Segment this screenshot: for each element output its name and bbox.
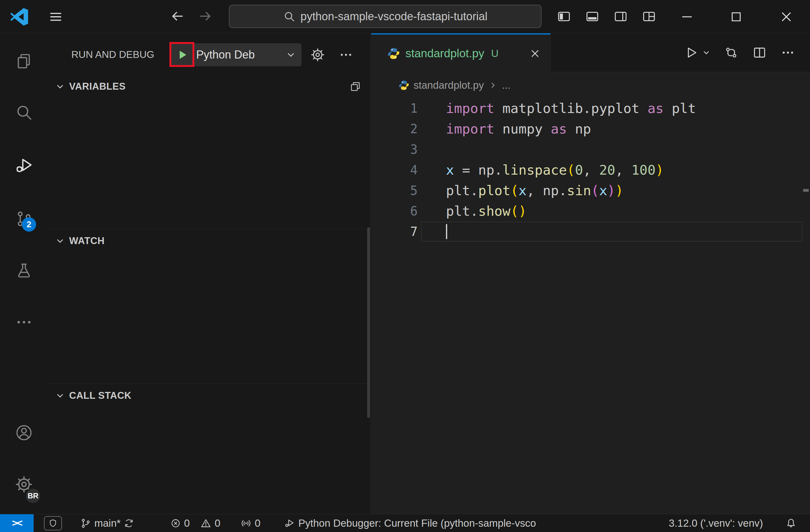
tab-standardplot[interactable]: standardplot.py U	[371, 33, 551, 72]
split-editor-icon[interactable]	[751, 44, 768, 61]
code-text: x = np.linspace(0, 20, 100)	[418, 160, 664, 180]
code-line[interactable]: 1import matplotlib.pyplot as plt	[371, 98, 810, 119]
python-file-icon	[387, 47, 400, 60]
title-bar: python-sample-vscode-fastapi-tutorial	[0, 0, 810, 33]
breadcrumb: standardplot.py ...	[371, 72, 810, 98]
run-and-debug-icon[interactable]	[14, 156, 34, 175]
copy-value-icon[interactable]	[350, 81, 361, 93]
python-version-item[interactable]: 3.12.0 ('.venv': venv)	[669, 514, 763, 532]
sidebar-scrollbar[interactable]	[367, 227, 370, 418]
code-line[interactable]: 6plt.show()	[371, 201, 810, 221]
source-control-icon[interactable]: 2	[14, 209, 34, 229]
line-number: 4	[371, 160, 418, 180]
run-and-debug-sidebar: RUN AND DEBUG Python Deb	[48, 33, 371, 514]
line-number: 7	[371, 221, 418, 242]
warning-count: 0	[214, 517, 220, 529]
code-text: plt.plot(x, np.sin(x))	[418, 180, 623, 201]
line-number: 1	[371, 98, 418, 119]
problems-item[interactable]: 0 0	[171, 514, 221, 532]
git-branch-item[interactable]: main*	[80, 514, 134, 532]
warnings-icon	[200, 518, 211, 529]
bell-icon	[785, 517, 797, 529]
customize-layout-icon[interactable]	[640, 7, 658, 26]
code-line[interactable]: 3	[371, 139, 810, 160]
code-line[interactable]: 5plt.plot(x, np.sin(x))	[371, 180, 810, 201]
run-dropdown-chevron-icon[interactable]	[700, 44, 713, 61]
notifications-item[interactable]	[785, 514, 797, 532]
line-number: 2	[371, 119, 418, 139]
code-text	[418, 139, 446, 160]
toggle-panel-icon[interactable]	[583, 7, 601, 26]
chevron-down-icon	[55, 390, 65, 401]
status-bar: >< main*	[0, 514, 810, 532]
account-icon[interactable]	[14, 423, 34, 442]
tab-bar: standardplot.py U	[371, 33, 810, 72]
scm-badge: 2	[22, 217, 36, 232]
vscode-window: python-sample-vscode-fastapi-tutorial	[0, 0, 810, 532]
debug-config-label: Python Deb	[196, 48, 255, 61]
variables-label: VARIABLES	[69, 81, 126, 92]
vscode-logo	[9, 7, 29, 27]
explorer-icon[interactable]	[14, 51, 34, 71]
code-area[interactable]: 1import matplotlib.pyplot as plt2import …	[371, 98, 810, 242]
menu-icon[interactable]	[46, 7, 66, 26]
workspace-trust-item[interactable]	[44, 514, 62, 532]
maximize-button[interactable]	[727, 7, 746, 26]
search-icon	[283, 10, 295, 23]
branch-label: main*	[94, 517, 120, 529]
errors-icon	[171, 518, 181, 529]
search-sidebar-icon[interactable]	[14, 103, 34, 122]
git-branch-icon	[80, 518, 91, 529]
code-line[interactable]: 7	[371, 221, 810, 242]
settings-gear-icon[interactable]: BR	[14, 475, 34, 494]
back-arrow-icon[interactable]	[168, 7, 187, 26]
remote-icon: ><	[12, 517, 21, 529]
start-debug-button[interactable]	[176, 48, 189, 61]
run-python-file-icon[interactable]	[683, 44, 700, 61]
debug-config-dropdown[interactable]: Python Deb	[171, 43, 302, 66]
open-changes-icon[interactable]	[723, 44, 740, 61]
call-stack-section-header[interactable]: CALL STACK	[48, 383, 371, 407]
line-number: 5	[371, 180, 418, 201]
views-more-actions-icon[interactable]	[338, 47, 354, 63]
variables-section-header[interactable]: VARIABLES	[48, 75, 371, 98]
python-version-label: 3.12.0 ('.venv': venv)	[669, 517, 763, 529]
code-text	[418, 221, 447, 242]
radio-tower-icon	[240, 518, 252, 529]
search-text: python-sample-vscode-fastapi-tutorial	[301, 10, 487, 23]
code-text: import numpy as np	[418, 119, 591, 139]
overview-ruler-cursor-mark	[803, 189, 809, 192]
toggle-sidebar-icon[interactable]	[555, 7, 573, 26]
minimize-button[interactable]	[678, 7, 696, 26]
watch-section-header[interactable]: WATCH	[48, 229, 371, 252]
code-line[interactable]: 4x = np.linspace(0, 20, 100)	[371, 160, 810, 180]
testing-icon[interactable]	[14, 261, 34, 280]
watch-label: WATCH	[69, 235, 104, 247]
tab-close-icon[interactable]	[529, 48, 541, 60]
remote-indicator[interactable]: ><	[0, 514, 34, 532]
forward-arrow-icon[interactable]	[196, 7, 215, 26]
debug-settings-gear-icon[interactable]	[310, 47, 325, 63]
profile-badge: BR	[25, 488, 41, 504]
error-count: 0	[184, 517, 190, 529]
sidebar-title: RUN AND DEBUG	[71, 49, 155, 61]
breadcrumb-file[interactable]: standardplot.py	[414, 79, 484, 91]
line-number: 3	[371, 139, 418, 160]
editor-more-actions-icon[interactable]	[779, 44, 797, 61]
line-number: 6	[371, 201, 418, 221]
chevron-down-icon	[55, 81, 65, 92]
code-line[interactable]: 2import numpy as np	[371, 119, 810, 139]
python-debugger-item[interactable]: Python Debugger: Current File (python-sa…	[284, 514, 614, 532]
ports-item[interactable]: 0	[240, 514, 260, 532]
breadcrumb-chevron-icon	[488, 81, 498, 90]
chevron-down-icon	[285, 49, 296, 61]
breadcrumb-symbol[interactable]: ...	[502, 79, 511, 91]
command-center-search[interactable]: python-sample-vscode-fastapi-tutorial	[229, 5, 541, 28]
tab-label: standardplot.py	[405, 47, 484, 60]
current-line-highlight	[421, 222, 803, 242]
code-text: plt.show()	[418, 201, 526, 221]
more-views-icon[interactable]	[14, 313, 34, 332]
sync-icon	[124, 518, 134, 529]
toggle-secondary-sidebar-icon[interactable]	[612, 7, 630, 26]
close-window-button[interactable]	[777, 7, 796, 26]
